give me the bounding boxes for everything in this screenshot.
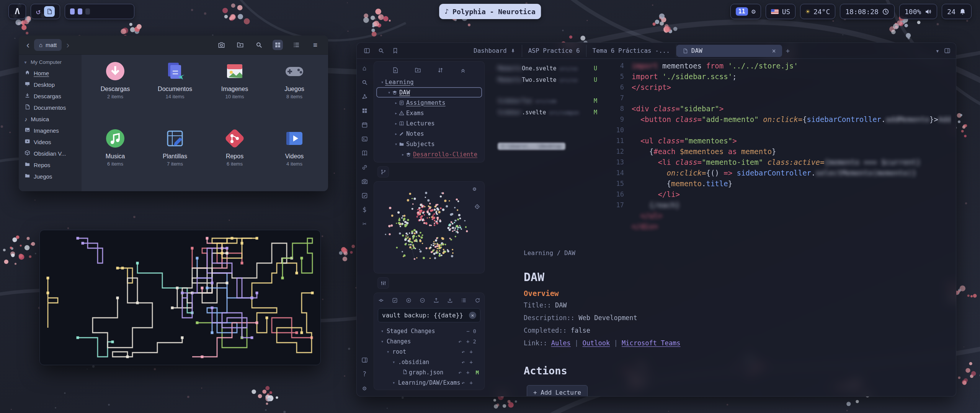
git-item[interactable]: graph.json ↶ + M	[376, 367, 482, 378]
gear-icon[interactable]: ⚙	[362, 384, 367, 392]
folder-item[interactable]: Juegos8 items	[266, 60, 323, 120]
explorer-item[interactable]: ▸ Assignments	[376, 98, 482, 108]
commit-message-input[interactable]: vault backup: {{date}} ×	[378, 308, 480, 322]
folder-item[interactable]: Videos4 items	[266, 127, 323, 188]
sidebar-item[interactable]: Obsidian V...	[19, 148, 82, 159]
forward-button[interactable]: ›	[65, 40, 71, 50]
note-link[interactable]: Outlook	[583, 339, 610, 347]
keyboard-layout-module[interactable]: US	[766, 4, 796, 19]
workspace-indicator[interactable]	[70, 8, 75, 15]
explorer-item[interactable]: ▾ DAW	[376, 87, 482, 98]
tab[interactable]: DAW ×	[676, 45, 782, 57]
sidebar-item[interactable]: Documentos	[19, 102, 82, 113]
update-icon[interactable]: ↺	[36, 8, 41, 15]
vault-icon[interactable]: ⌂	[362, 64, 367, 72]
folder-item[interactable]: Documentos14 items	[147, 60, 203, 120]
code-editor[interactable]: 4import mementoes from '../../store.js'5…	[614, 60, 951, 232]
git-item[interactable]: ▾ Staged Changes − 0	[376, 326, 482, 337]
sidebar-item[interactable]: Home	[19, 67, 82, 79]
notes-app-icon[interactable]	[44, 6, 55, 17]
folder-item[interactable]: Descargas2 items	[87, 60, 144, 120]
graph-settings-icon[interactable]: ⚙	[468, 185, 481, 193]
bookmark-icon[interactable]	[391, 47, 399, 55]
terminal-icon[interactable]	[361, 135, 369, 143]
search-icon[interactable]	[254, 40, 264, 50]
canvas-icon[interactable]	[361, 107, 369, 115]
media-module[interactable]: ♪ Polyphia - Neurotica	[439, 4, 541, 19]
toggle-right-sidebar-icon[interactable]	[943, 47, 951, 55]
launcher-button[interactable]: Λ	[8, 4, 26, 19]
new-folder-icon[interactable]	[414, 66, 422, 74]
sidebar-toggle-icon[interactable]	[363, 47, 371, 55]
note-link[interactable]: Aules	[551, 339, 571, 347]
list-view-icon[interactable]	[291, 40, 302, 50]
folder-item[interactable]: Imagenes10 items	[206, 60, 263, 120]
tasks-icon[interactable]	[391, 297, 399, 304]
sidebar-item[interactable]: Imagenes	[19, 125, 82, 136]
explorer-item[interactable]: ▸ Notes	[376, 128, 482, 139]
git-item[interactable]: ▾ Changes ↶ + 2	[376, 337, 482, 347]
folder-item[interactable]: Musica6 items	[87, 127, 144, 188]
refresh-icon[interactable]	[474, 297, 481, 304]
graph-view[interactable]	[379, 188, 476, 267]
git-row-actions[interactable]: ↶ +	[462, 349, 474, 355]
git-row-actions[interactable]: ↶ +	[458, 338, 470, 345]
scissors-icon[interactable]: ✂	[362, 220, 367, 228]
note-link[interactable]: Microsoft Teams	[622, 339, 681, 347]
git-row-actions[interactable]: ↶ +	[462, 359, 474, 365]
tab-list-icon[interactable]: ▾	[935, 46, 940, 55]
search-icon[interactable]	[361, 78, 369, 86]
git-row-actions[interactable]: ↶ +	[458, 369, 470, 376]
new-folder-icon[interactable]	[235, 40, 245, 50]
weather-module[interactable]: ☀24°C	[800, 4, 835, 19]
calendar-icon[interactable]	[361, 121, 369, 129]
clock-module[interactable]: 18:08:28	[840, 4, 895, 19]
screenshot-icon[interactable]	[216, 40, 227, 50]
grid-view-icon[interactable]	[273, 40, 283, 50]
git-item[interactable]: ▾ .obsidian ↶ +	[376, 357, 482, 367]
git-item[interactable]: ▾ Learning/DAW/Exams ↶ +	[376, 378, 482, 388]
explorer-item[interactable]: ▾ Subjects	[376, 139, 482, 149]
explorer-item[interactable]: ▸ Exams	[376, 108, 482, 118]
volume-module[interactable]: 100%	[899, 4, 937, 19]
minus-circle-icon[interactable]	[419, 297, 426, 304]
search-icon[interactable]	[377, 47, 385, 55]
packages-module[interactable]: 11⚙	[730, 4, 761, 19]
push-icon[interactable]	[433, 297, 440, 304]
sidebar-item[interactable]: Videos	[19, 136, 82, 148]
help-icon[interactable]: ?	[362, 370, 367, 378]
graph-icon[interactable]	[361, 93, 369, 101]
folder-item[interactable]: Plantillas7 items	[147, 127, 203, 188]
notifications-module[interactable]: 24	[942, 4, 972, 19]
git-row-actions[interactable]: −	[466, 328, 470, 334]
explorer-item[interactable]: ▸ Lectures	[376, 118, 482, 128]
new-tab-button[interactable]: +	[785, 46, 791, 55]
git-item[interactable]: ▾ root ↶ +	[376, 347, 482, 357]
plus-circle-icon[interactable]	[405, 297, 412, 304]
note-breadcrumb[interactable]: Learning / DAW	[524, 249, 822, 257]
sidebar-item[interactable]: Juegos	[19, 171, 82, 182]
sidebar-item[interactable]: ♪Musica	[19, 113, 82, 125]
explorer-item[interactable]: ▾ Learning	[376, 77, 482, 87]
sidebar-section-header[interactable]: ▾My Computer	[19, 57, 82, 67]
sidebar-item[interactable]: Repos	[19, 159, 82, 171]
list-icon[interactable]	[460, 297, 467, 304]
explorer-item[interactable]: ▸ Desarrollo-Cliente	[376, 149, 482, 159]
sidebar-item[interactable]: Desktop	[19, 79, 82, 90]
collapse-icon[interactable]	[459, 66, 467, 74]
tasks-icon[interactable]	[361, 192, 369, 200]
close-tab-icon[interactable]: ×	[772, 47, 776, 55]
folder-item[interactable]: Repos6 items	[206, 127, 263, 188]
workspace-indicator[interactable]	[85, 8, 90, 15]
breadcrumb[interactable]: ⌂ matt	[34, 39, 62, 51]
tab[interactable]: ASP Practice 6	[522, 45, 586, 57]
pane-settings-icon[interactable]	[377, 277, 389, 289]
dollar-icon[interactable]: $	[362, 206, 367, 214]
book-icon[interactable]	[361, 149, 369, 157]
pull-icon[interactable]	[446, 297, 454, 304]
tab[interactable]: Dashboard	[467, 45, 522, 57]
git-row-actions[interactable]: ↶ +	[462, 380, 474, 386]
tab[interactable]: Tema 6 Prácticas -...	[586, 45, 676, 57]
new-note-icon[interactable]	[391, 66, 399, 74]
back-button[interactable]: ‹	[25, 40, 31, 50]
